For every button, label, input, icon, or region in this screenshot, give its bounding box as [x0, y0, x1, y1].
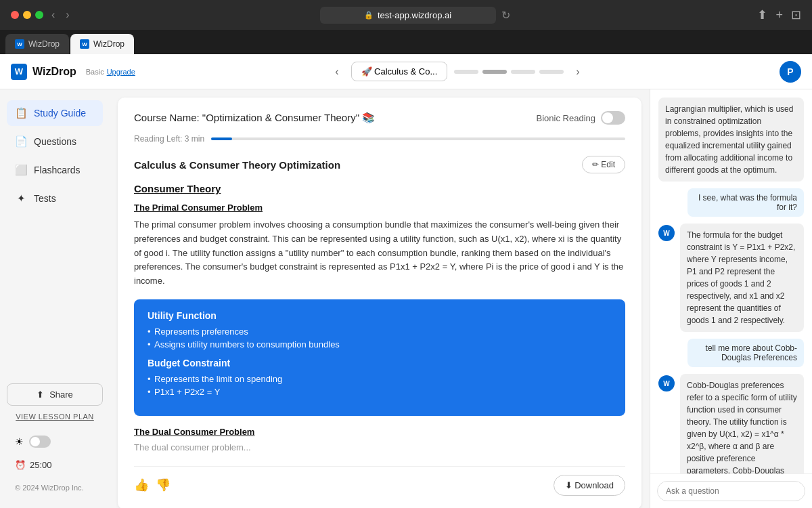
- reading-progress-fill: [211, 137, 232, 140]
- next-course-btn[interactable]: ›: [570, 63, 585, 81]
- course-tab[interactable]: 🚀 Calculus & Co...: [351, 62, 448, 81]
- tab-favicon-1: W: [15, 39, 24, 49]
- address-bar[interactable]: 🔒 test-app.wizdrop.ai: [320, 7, 496, 24]
- highlight-item-1-2: Assigns utility numbers to consumption b…: [148, 339, 612, 350]
- highlight-box: Utility Function Represents preferences …: [134, 299, 625, 416]
- browser-action-icons: ⬆ + ⊡: [757, 7, 801, 22]
- highlight-section-1: Utility Function Represents preferences …: [148, 310, 612, 350]
- logo-icon: W: [11, 64, 27, 80]
- browser-chrome: ‹ › 🔒 test-app.wizdrop.ai ↻ ⬆ + ⊡ W WizD…: [0, 0, 812, 54]
- minimize-window-btn[interactable]: [23, 11, 31, 19]
- sidebar-item-study-guide[interactable]: 📋 Study Guide: [7, 100, 103, 126]
- section-title: Calculus & Consumer Theory Optimization: [134, 159, 340, 171]
- chat-message-2: I see, what was the formula for it?: [658, 188, 804, 217]
- chat-input-area: [650, 473, 812, 508]
- sidebar-label-flashcards: Flashcards: [34, 165, 80, 175]
- header-center: ‹ 🚀 Calculus & Co... ›: [330, 62, 585, 81]
- sidebar-label-tests: Tests: [34, 193, 56, 204]
- chat-message-5: W Cobb-Douglas preferences refer to a sp…: [658, 374, 804, 473]
- sidebar: 📋 Study Guide 📄 Questions ⬜ Flashcards ✦…: [0, 89, 110, 508]
- progress-dots: [454, 70, 564, 74]
- upgrade-link[interactable]: Upgrade: [107, 68, 135, 76]
- sidebar-item-flashcards[interactable]: ⬜ Flashcards: [7, 157, 103, 183]
- lesson-plan-link[interactable]: VIEW LESSON PLAN: [7, 412, 103, 421]
- bionic-label: Bionic Reading: [537, 113, 595, 123]
- share-button[interactable]: ⬆ Share: [7, 383, 103, 406]
- course-name: Course Name: "Optimization & Consumer Th…: [134, 112, 375, 124]
- app-name: WizDrop: [32, 66, 76, 78]
- share-icon[interactable]: ⬆: [757, 7, 767, 22]
- dot-4: [539, 70, 564, 74]
- highlight-item-2-2: P1x1 + P2x2 = Y: [148, 387, 612, 397]
- tabs-icon[interactable]: ⊡: [791, 7, 801, 22]
- primal-heading: The Primal Consumer Problem: [134, 203, 625, 213]
- ssl-lock-icon: 🔒: [364, 11, 374, 20]
- chat-bubble-2: The formula for the budget constraint is…: [680, 224, 804, 332]
- timer-icon: ⏰: [15, 460, 26, 470]
- tab-1[interactable]: W WizDrop: [5, 34, 69, 54]
- sidebar-item-tests[interactable]: ✦ Tests: [7, 186, 103, 211]
- browser-back-btn[interactable]: ‹: [49, 9, 58, 21]
- theme-toggle[interactable]: ☀: [7, 431, 103, 452]
- bionic-toggle-switch[interactable]: [601, 111, 625, 125]
- highlight-list-1: Represents preferences Assigns utility n…: [148, 326, 612, 350]
- edit-button[interactable]: ✏ Edit: [582, 156, 625, 173]
- body-layout: 📋 Study Guide 📄 Questions ⬜ Flashcards ✦…: [0, 89, 812, 508]
- content-actions: 👍 👎 ⬇ Download: [134, 466, 625, 496]
- browser-toolbar: ‹ › 🔒 test-app.wizdrop.ai ↻ ⬆ + ⊡: [0, 0, 812, 30]
- theme-switch[interactable]: [29, 436, 51, 448]
- content-card: Course Name: "Optimization & Consumer Th…: [118, 98, 641, 508]
- close-window-btn[interactable]: [11, 11, 19, 19]
- user-avatar[interactable]: P: [780, 61, 801, 83]
- highlight-title-2: Budget Constraint: [148, 358, 612, 368]
- questions-icon: 📄: [15, 135, 27, 148]
- thumbs-up-btn[interactable]: 👍: [134, 478, 149, 492]
- tab-favicon-2: W: [80, 39, 89, 49]
- plan-badge: Basic Upgrade: [86, 68, 135, 76]
- refresh-btn[interactable]: ↻: [501, 9, 510, 22]
- reading-bar: Reading Left: 3 min: [134, 134, 625, 144]
- flashcards-icon: ⬜: [15, 164, 27, 176]
- maximize-window-btn[interactable]: [35, 11, 43, 19]
- chat-input[interactable]: [657, 481, 805, 501]
- share-label: Share: [49, 389, 73, 400]
- highlight-list-2: Represents the limit on spending P1x1 + …: [148, 374, 612, 397]
- section-header-row: Calculus & Consumer Theory Optimization …: [134, 156, 625, 173]
- dot-3: [511, 70, 535, 74]
- chat-user-bubble-2: tell me more about Cobb-Douglas Preferen…: [687, 339, 804, 367]
- sidebar-label-study-guide: Study Guide: [34, 108, 86, 119]
- sidebar-item-questions[interactable]: 📄 Questions: [7, 129, 103, 154]
- plan-basic-label: Basic: [86, 68, 104, 76]
- chat-panel: Lagrangian multiplier, which is used in …: [650, 89, 812, 508]
- bionic-toggle-area: Bionic Reading: [537, 111, 625, 125]
- content-subtitle: Consumer Theory: [134, 183, 625, 194]
- highlight-item-2-1: Represents the limit on spending: [148, 374, 612, 384]
- study-guide-icon: 📋: [15, 107, 27, 119]
- sidebar-label-questions: Questions: [34, 136, 76, 147]
- app-container: W WizDrop Basic Upgrade ‹ 🚀 Calculus & C…: [0, 54, 812, 508]
- chat-message-1: Lagrangian multiplier, which is used in …: [658, 98, 804, 182]
- chat-messages: Lagrangian multiplier, which is used in …: [650, 89, 812, 473]
- browser-forward-btn[interactable]: ›: [63, 9, 72, 21]
- url-text: test-app.wizdrop.ai: [378, 10, 451, 20]
- add-tab-icon[interactable]: +: [775, 8, 783, 22]
- dual-heading: The Dual Consumer Problem: [134, 427, 625, 437]
- tests-icon: ✦: [15, 192, 27, 205]
- tab-2[interactable]: W WizDrop: [70, 34, 134, 54]
- chat-bubble-1: Lagrangian multiplier, which is used in …: [658, 98, 804, 182]
- app-header: W WizDrop Basic Upgrade ‹ 🚀 Calculus & C…: [0, 54, 812, 89]
- bionic-toggle-knob: [602, 112, 613, 123]
- content-header: Course Name: "Optimization & Consumer Th…: [134, 111, 625, 125]
- share-icon-sidebar: ⬆: [37, 389, 44, 400]
- logo-area: W WizDrop Basic Upgrade: [11, 64, 135, 80]
- theme-switch-knob: [30, 437, 40, 446]
- highlight-section-2: Budget Constraint Represents the limit o…: [148, 358, 612, 397]
- highlight-item-1-1: Represents preferences: [148, 326, 612, 337]
- timer-value: 25:00: [30, 460, 52, 470]
- window-controls: [11, 11, 43, 19]
- download-btn[interactable]: ⬇ Download: [554, 475, 625, 496]
- prev-course-btn[interactable]: ‹: [330, 63, 344, 81]
- sidebar-bottom: ☀ ⏰ 25:00 © 2024 WizDrop Inc.: [7, 423, 103, 497]
- thumbs-down-btn[interactable]: 👎: [156, 478, 171, 492]
- copyright-text: © 2024 WizDrop Inc.: [7, 478, 103, 497]
